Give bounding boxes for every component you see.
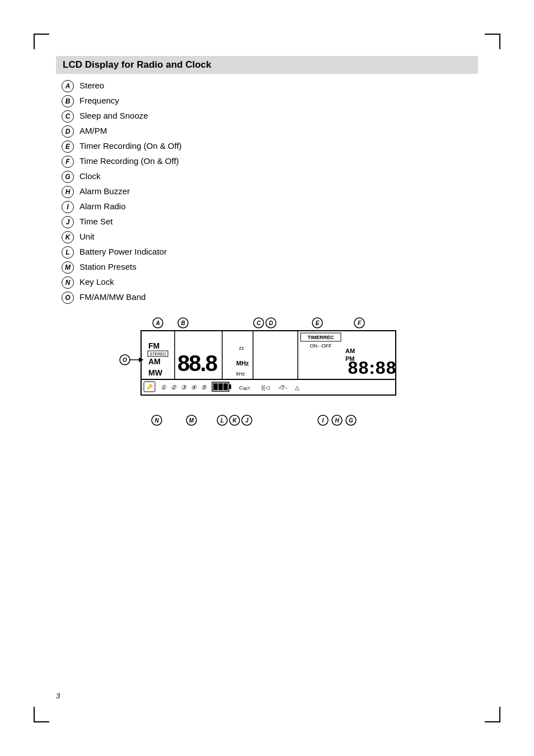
svg-text:E: E: [316, 320, 320, 326]
item-badge: H: [62, 186, 74, 198]
item-label: Station Presets: [79, 261, 137, 274]
list-item: AStereo: [62, 79, 478, 92]
svg-text:②: ②: [171, 384, 177, 391]
svg-text:🔑: 🔑: [147, 383, 153, 390]
items-list: AStereoBFrequencyCSleep and SnoozeDAM/PM…: [62, 79, 478, 304]
list-item: IAlarm Radio: [62, 200, 478, 213]
svg-text:AM: AM: [345, 348, 355, 354]
svg-text:FM: FM: [148, 341, 160, 350]
item-label: Stereo: [79, 79, 104, 92]
item-badge: G: [62, 171, 74, 183]
list-item: GClock: [62, 170, 478, 183]
list-item: KUnit: [62, 231, 478, 243]
item-badge: K: [62, 231, 74, 243]
corner-mark-tr: [485, 34, 500, 49]
lcd-diagram-svg: A B C D E F FM: [110, 315, 424, 449]
svg-text:L: L: [221, 417, 224, 424]
list-item: BFrequency: [62, 95, 478, 107]
item-badge: O: [62, 292, 74, 304]
corner-mark-tl: [34, 34, 49, 49]
item-badge: C: [62, 110, 74, 123]
item-badge: E: [62, 140, 74, 153]
list-item: ETimer Recording (On & Off): [62, 140, 478, 153]
item-badge: F: [62, 156, 74, 168]
item-label: Alarm Radio: [79, 200, 126, 213]
item-badge: M: [62, 261, 74, 274]
list-item: DAM/PM: [62, 125, 478, 138]
svg-text:ON···OFF: ON···OFF: [310, 343, 332, 349]
svg-rect-43: [218, 383, 223, 390]
svg-text:MHz: MHz: [236, 360, 249, 367]
section-header: LCD Display for Radio and Clock: [56, 56, 478, 74]
corner-mark-br: [485, 707, 500, 722]
list-item: JTime Set: [62, 215, 478, 228]
svg-text:kHz: kHz: [236, 371, 245, 377]
item-label: Timer Recording (On & Off): [79, 140, 182, 153]
section-title: LCD Display for Radio and Clock: [63, 59, 211, 70]
item-label: FM/AM/MW Band: [79, 291, 146, 304]
svg-text:③: ③: [181, 384, 187, 391]
item-badge: I: [62, 201, 74, 213]
item-badge: J: [62, 216, 74, 228]
item-label: Clock: [79, 170, 101, 183]
svg-text:G: G: [349, 417, 353, 424]
svg-text:MW: MW: [148, 368, 163, 377]
svg-text:88.8: 88.8: [177, 351, 218, 375]
svg-text:F: F: [358, 320, 362, 326]
svg-text:AM: AM: [148, 357, 161, 366]
svg-text:O: O: [123, 357, 127, 363]
item-badge: N: [62, 276, 74, 289]
svg-text:C: C: [256, 320, 261, 326]
svg-text:STEREO: STEREO: [150, 352, 166, 356]
item-label: AM/PM: [79, 125, 107, 138]
item-badge: B: [62, 95, 74, 107]
item-label: Frequency: [79, 95, 119, 107]
item-label: Key Lock: [79, 276, 114, 289]
svg-text:TIMERREC: TIMERREC: [308, 335, 335, 340]
svg-text:((◁: ((◁: [261, 384, 270, 391]
list-item: LBattery Power Indicator: [62, 246, 478, 259]
svg-text:④: ④: [191, 384, 197, 391]
item-label: Unit: [79, 231, 95, 243]
list-item: MStation Presets: [62, 261, 478, 274]
svg-text:△: △: [295, 384, 299, 391]
svg-text:①: ①: [161, 384, 167, 391]
svg-text:D: D: [269, 320, 273, 326]
svg-text:88:88: 88:88: [348, 358, 397, 378]
item-label: Sleep and Snooze: [79, 110, 148, 123]
item-label: Alarm Buzzer: [79, 185, 130, 198]
svg-text:H: H: [335, 417, 339, 424]
list-item: FTime Recording (On & Off): [62, 155, 478, 168]
item-badge: D: [62, 125, 74, 138]
svg-rect-41: [229, 384, 231, 389]
list-item: OFM/AM/MW Band: [62, 291, 478, 304]
svg-text:B: B: [181, 320, 185, 326]
svg-rect-44: [223, 383, 228, 390]
svg-text:N: N: [154, 417, 159, 424]
svg-text:-⏱-: -⏱-: [278, 384, 288, 391]
svg-text:I: I: [322, 417, 324, 424]
svg-text:A: A: [155, 320, 160, 326]
list-item: NKey Lock: [62, 276, 478, 289]
svg-text:M: M: [189, 417, 194, 424]
item-badge: L: [62, 246, 74, 259]
svg-rect-42: [213, 383, 218, 390]
item-label: Time Recording (On & Off): [79, 155, 179, 168]
item-label: Battery Power Indicator: [79, 246, 167, 259]
list-item: CSleep and Snooze: [62, 110, 478, 123]
page-number: 3: [56, 692, 60, 700]
list-item: HAlarm Buzzer: [62, 185, 478, 198]
lcd-diagram-container: A B C D E F FM: [56, 315, 478, 449]
svg-text:⑤: ⑤: [201, 384, 207, 391]
svg-text:zz: zz: [239, 345, 245, 351]
svg-text:J: J: [245, 417, 249, 424]
corner-mark-bl: [34, 707, 49, 722]
item-badge: A: [62, 80, 74, 92]
item-label: Time Set: [79, 215, 113, 228]
svg-text:K: K: [232, 417, 237, 424]
